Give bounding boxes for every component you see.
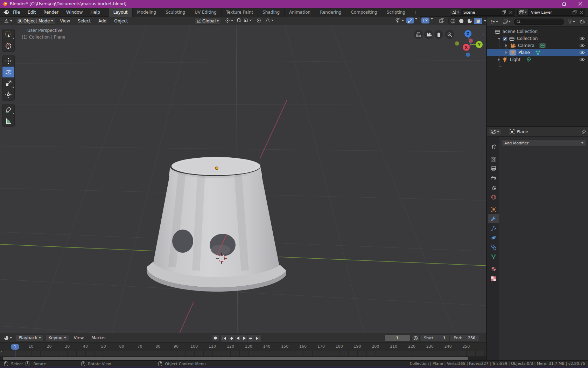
tab-animation[interactable]: Animation: [285, 8, 315, 17]
view-layer-selector[interactable]: View Layer: [517, 9, 585, 16]
new-scene-icon[interactable]: [502, 10, 506, 14]
outliner-search-input[interactable]: [522, 19, 550, 24]
shading-wireframe-button[interactable]: [449, 18, 457, 24]
viewport-menu-view[interactable]: View: [57, 18, 73, 25]
outliner-row-camera[interactable]: Camera: [487, 42, 588, 49]
editor-type-button-properties[interactable]: [489, 128, 501, 135]
restore-button[interactable]: [556, 0, 572, 8]
jump-to-end-button[interactable]: [254, 335, 261, 342]
editor-type-button-outliner[interactable]: [489, 19, 500, 25]
disclosure-open-icon[interactable]: [498, 38, 500, 40]
new-collection-button[interactable]: [578, 19, 587, 25]
tab-view-layer[interactable]: [488, 173, 499, 183]
current-frame-field[interactable]: 1: [384, 334, 410, 341]
snap-target-selector[interactable]: [242, 18, 253, 23]
snap-toggle[interactable]: [235, 18, 242, 23]
hide-eye-icon[interactable]: [579, 43, 585, 48]
ortho-grid-button[interactable]: [414, 30, 423, 39]
tab-particles[interactable]: [488, 224, 499, 233]
tab-texture[interactable]: [488, 274, 499, 283]
outliner-row-scene-collection[interactable]: Scene Collection: [487, 28, 588, 35]
outliner-display-mode[interactable]: [501, 19, 512, 25]
editor-type-button-viewport[interactable]: [2, 18, 14, 24]
tab-object[interactable]: [488, 205, 499, 214]
timeline-ruler[interactable]: 1 10203040506070809010011012013014015016…: [0, 343, 486, 351]
minimize-button[interactable]: [541, 0, 556, 8]
titlebar[interactable]: Blender* [C:\Users\cg\Documents\marius b…: [0, 0, 588, 8]
outliner-row-collection[interactable]: Collection: [487, 35, 588, 42]
proportional-editing-toggle[interactable]: [255, 18, 262, 23]
disclosure-closed-icon[interactable]: [498, 58, 500, 61]
timeline-scrollbar[interactable]: [3, 357, 468, 360]
view-layer-name[interactable]: View Layer: [528, 10, 571, 15]
object-visibility-selector[interactable]: [393, 18, 406, 23]
scene-name[interactable]: Scene: [461, 10, 500, 15]
add-modifier-dropdown[interactable]: Add Modifier: [501, 139, 587, 146]
tab-shading[interactable]: Shading: [258, 8, 285, 17]
timeline-menu-marker[interactable]: Marker: [89, 334, 108, 341]
jump-to-start-button[interactable]: [221, 335, 228, 342]
pan-view-button[interactable]: [434, 30, 443, 39]
tab-material[interactable]: [488, 264, 499, 273]
close-button[interactable]: [572, 0, 588, 8]
tool-annotate[interactable]: [2, 104, 14, 115]
view-layer-icon[interactable]: [518, 9, 528, 15]
show-overlays-toggle[interactable]: [421, 18, 429, 23]
disclosure-closed-icon[interactable]: [505, 44, 507, 47]
region-collapse-arrow[interactable]: ‹: [482, 32, 484, 37]
timeline-expand-arrow[interactable]: ›: [0, 349, 2, 354]
gizmo-dropdown[interactable]: [414, 18, 418, 20]
shading-rendered-button[interactable]: [474, 18, 482, 24]
tool-cursor[interactable]: [2, 40, 14, 52]
camera-view-button[interactable]: [424, 30, 433, 39]
viewport-menu-select[interactable]: Select: [75, 18, 93, 25]
blender-menu-icon[interactable]: [3, 9, 9, 15]
tab-modifiers[interactable]: [488, 214, 499, 223]
menu-render[interactable]: Render: [40, 8, 62, 17]
scene-selector[interactable]: Scene: [450, 9, 514, 16]
play-reverse-button[interactable]: [234, 335, 241, 342]
frame-end-field[interactable]: End: 250: [450, 334, 479, 341]
auto-keying-button[interactable]: [212, 334, 219, 341]
hide-eye-icon[interactable]: [579, 36, 585, 41]
mode-selector[interactable]: Object Mode: [16, 18, 55, 25]
tool-rotate[interactable]: [2, 67, 14, 78]
viewport-menu-add[interactable]: Add: [96, 18, 109, 25]
viewport-menu-object[interactable]: Object: [111, 18, 131, 25]
shading-solid-button[interactable]: [457, 18, 465, 24]
tab-constraints[interactable]: [488, 243, 499, 252]
editor-type-button-timeline[interactable]: [2, 335, 14, 341]
tool-transform[interactable]: [2, 89, 14, 100]
play-button[interactable]: [241, 335, 248, 342]
tab-physics[interactable]: [488, 233, 499, 242]
playhead-line[interactable]: [15, 350, 15, 357]
tab-uv-editing[interactable]: UV Editing: [190, 8, 222, 17]
tool-select-box[interactable]: [2, 29, 14, 40]
add-workspace-button[interactable]: +: [410, 8, 420, 17]
remove-view-layer-icon[interactable]: [580, 11, 583, 14]
menu-help[interactable]: Help: [86, 8, 104, 17]
outliner-search[interactable]: [514, 19, 564, 25]
outliner-row-light[interactable]: Light: [487, 56, 588, 63]
outliner-filter-button[interactable]: [566, 19, 577, 25]
viewport-canvas[interactable]: [0, 25, 486, 333]
timeline-menu-view[interactable]: View: [71, 334, 86, 341]
tool-scale[interactable]: [2, 78, 14, 89]
tool-move[interactable]: [2, 55, 14, 67]
collection-checkbox[interactable]: [503, 36, 507, 41]
disclosure-closed-icon[interactable]: [505, 51, 507, 54]
tool-measure[interactable]: [2, 115, 14, 127]
outliner-row-plane[interactable]: Plane: [487, 49, 588, 56]
tab-rendering[interactable]: Rendering: [315, 8, 346, 17]
timeline-ticks[interactable]: [0, 351, 486, 357]
unlink-scene-icon[interactable]: [509, 11, 512, 14]
menu-file[interactable]: File: [9, 8, 24, 17]
current-frame-indicator[interactable]: 1: [11, 344, 19, 350]
shading-material-button[interactable]: [465, 18, 474, 24]
xray-toggle[interactable]: [438, 18, 446, 23]
overlays-dropdown[interactable]: [430, 18, 434, 20]
next-keyframe-button[interactable]: [248, 335, 254, 342]
tab-object-data[interactable]: [488, 252, 499, 261]
tab-sculpting[interactable]: Sculpting: [161, 8, 190, 17]
navigation-gizmo[interactable]: Z Y X: [454, 29, 484, 58]
